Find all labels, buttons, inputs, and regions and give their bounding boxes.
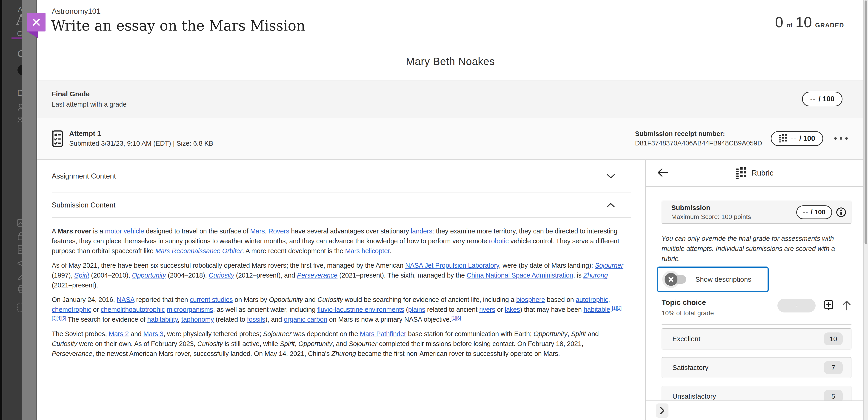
criterion-score-field[interactable]: -: [777, 299, 815, 313]
essay-link[interactable]: lakes: [504, 306, 520, 313]
essay-text: (2004–2018),: [166, 271, 209, 279]
rubric-grid-icon: [779, 134, 788, 143]
attempt-grade-pill[interactable]: -- / 100: [771, 131, 823, 146]
essay-text: A: [52, 227, 58, 235]
person-icon: [17, 103, 22, 112]
essay-link[interactable]: Mars Reconnaissance Orbiter: [155, 247, 242, 255]
rubric-grid-icon: [736, 167, 747, 179]
add-feedback-button[interactable]: [824, 300, 834, 311]
rubric-score-pill[interactable]: -- / 100: [796, 205, 832, 219]
essay-link[interactable]: Opportunity: [132, 271, 166, 279]
essay-text: Perseverance: [52, 350, 92, 357]
essay-text: Curiosity: [317, 296, 343, 303]
essay-text: completed their missions before losing c…: [377, 340, 583, 347]
essay-link[interactable]: chemolithoautotrophic: [101, 306, 165, 313]
back-button[interactable]: [655, 166, 670, 180]
page-scrollbar[interactable]: [863, 0, 868, 420]
close-button[interactable]: [27, 13, 45, 31]
collapse-criterion-button[interactable]: [842, 300, 851, 311]
submission-essay: A Mars rover is a motor vehicle designed…: [52, 218, 625, 359]
essay-link[interactable]: chemotrophic: [52, 306, 91, 313]
essay-link[interactable]: Zhurong: [583, 271, 608, 279]
rubric-denominator: / 100: [811, 208, 826, 216]
essay-text: , were (by date of Mars landing):: [499, 262, 595, 269]
essay-link[interactable]: current studies: [190, 296, 232, 303]
essay-text: Sojourner: [263, 330, 291, 337]
essay-text: Curiosity: [197, 340, 223, 347]
essay-text: Opportunity: [299, 340, 332, 347]
grading-panel: Astronomy101 Write an essay on the Mars …: [37, 0, 863, 420]
rubric-levels-list: Excellent 10 Satisfactory 7 Unsatisfacto…: [661, 328, 851, 400]
essay-link[interactable]: fluvio-lacustrine environments: [317, 306, 404, 313]
attempt-menu-button[interactable]: [832, 135, 850, 142]
student-name: Mary Beth Noakes: [37, 55, 863, 68]
dashed-placeholder-icon: [17, 302, 22, 313]
essay-link[interactable]: Rovers: [269, 227, 289, 235]
essay-link[interactable]: organic carbon: [284, 316, 327, 323]
level-label: Satisfactory: [672, 364, 709, 371]
assignment-title: Write an essay on the Mars Mission: [51, 18, 305, 34]
assignment-content-toggle[interactable]: Assignment Content: [52, 160, 631, 193]
grades-icon: [17, 245, 22, 254]
level-row-satisfactory[interactable]: Satisfactory 7: [661, 357, 851, 378]
final-grade-row: Final Grade Last attempt with a grade --…: [37, 80, 863, 118]
essay-link[interactable]: robotic: [489, 237, 509, 245]
attempt-receipt-icon: [52, 129, 63, 148]
submission-content-toggle[interactable]: Submission Content: [52, 193, 631, 218]
essay-link[interactable]: landers: [411, 227, 432, 235]
essay-link[interactable]: plains: [408, 306, 425, 313]
essay-link[interactable]: Mars 3: [144, 330, 163, 337]
essay-link[interactable]: motor vehicle: [105, 227, 144, 235]
essay-paragraph: On January 24, 2016, NASA reported that …: [52, 295, 625, 324]
essay-text: [165, 306, 167, 313]
level-row-unsatisfactory[interactable]: Unsatisfactory 5: [661, 386, 851, 400]
receipt-number: D81F3748370A406AB44FB948CB9A059D: [635, 139, 762, 147]
essay-link[interactable]: Spirit: [74, 271, 89, 279]
info-button[interactable]: [836, 207, 846, 218]
rubric-panel-title: Rubric: [751, 169, 773, 177]
essay-link[interactable]: China National Space Administration: [467, 271, 573, 279]
arrow-up-icon: [842, 300, 851, 311]
essay-link[interactable]: biosphere: [516, 296, 545, 303]
essay-text: , the newest American Mars rover, succes…: [92, 350, 332, 357]
graded-label: GRADED: [815, 22, 844, 29]
essay-link[interactable]: Curiosity: [209, 271, 234, 279]
essay-link[interactable]: NASA Jet Propulsion Laboratory: [405, 262, 499, 269]
chevron-right-icon: [660, 407, 665, 415]
essay-link[interactable]: habitability: [147, 316, 178, 323]
backdrop-avatar: [18, 65, 22, 75]
criterion-weight: 10% of total grade: [661, 310, 714, 317]
final-grade-pill[interactable]: -- / 100: [802, 92, 842, 106]
essay-link[interactable]: Mars helicopter: [345, 247, 390, 255]
essay-link[interactable]: Sojourner: [595, 262, 623, 269]
essay-text: , as well as ancient water, including: [213, 306, 317, 313]
base-nav-strip: [0, 0, 2, 420]
backdrop-text: Co: [17, 29, 22, 38]
essay-link[interactable]: rivers: [479, 306, 495, 313]
essay-link[interactable]: fossils: [247, 316, 265, 323]
essay-link[interactable]: taphonomy: [181, 316, 214, 323]
essay-link[interactable]: habitable: [583, 306, 610, 313]
essay-text: were on their own. As of February 2023,: [77, 340, 197, 347]
essay-text: ) that may have been: [520, 306, 583, 313]
rubric-panel-header: Rubric: [646, 160, 863, 187]
toggle-switch-off[interactable]: [663, 270, 690, 289]
citation-link[interactable]: [1][6]: [451, 316, 461, 321]
essay-text: Opportunity: [269, 296, 303, 303]
essay-link[interactable]: Mars Pathfinder: [360, 330, 406, 337]
essay-text: As of May 2021, there have been six succ…: [52, 262, 405, 269]
level-row-excellent[interactable]: Excellent 10: [661, 328, 851, 350]
show-descriptions-toggle[interactable]: Show descriptions: [657, 266, 769, 292]
essay-link[interactable]: autotrophic: [576, 296, 608, 303]
essay-link[interactable]: Mars 2: [109, 330, 129, 337]
essay-link[interactable]: Perseverance: [297, 271, 338, 279]
scrollbar-thumb[interactable]: [865, 0, 867, 244]
rubric-submission-box: Submission Maximum Score: 100 points -- …: [661, 201, 851, 224]
essay-link[interactable]: microorganisms: [167, 306, 213, 313]
essay-link[interactable]: Mars: [250, 227, 265, 235]
essay-text: ,: [295, 340, 299, 347]
collapse-panel-button[interactable]: [656, 403, 669, 418]
rubric-submission-title: Submission: [671, 204, 751, 212]
essay-text: (1997),: [52, 271, 74, 279]
essay-link[interactable]: NASA: [117, 296, 134, 303]
